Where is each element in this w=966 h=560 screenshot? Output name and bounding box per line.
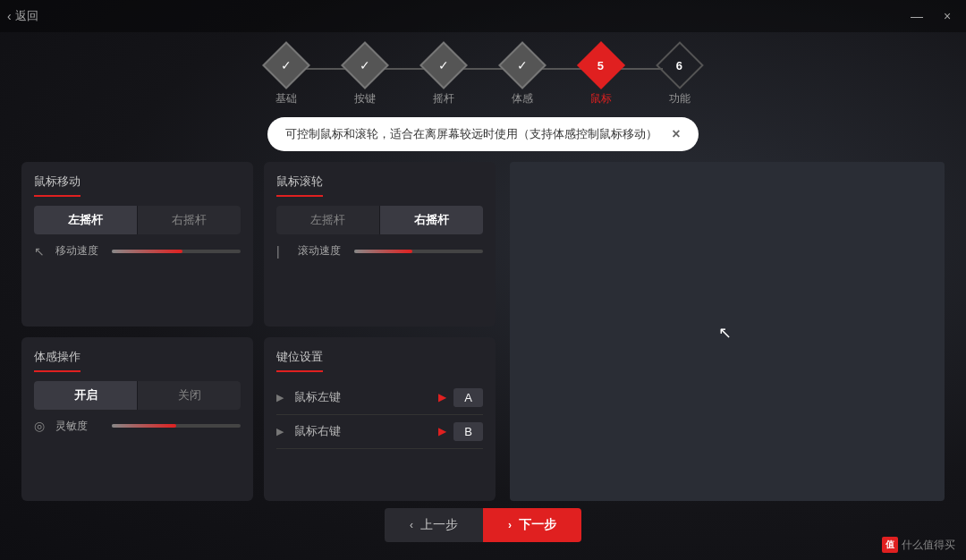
keybind-1-key[interactable]: B: [453, 422, 483, 441]
mouse-scroll-speed-label: 滚动速度: [298, 243, 347, 259]
step-1-check: ✓: [281, 58, 292, 72]
gesture-section: 体感操作 开启 关闭 ◎ 灵敏度: [21, 337, 253, 502]
close-button[interactable]: ×: [939, 9, 955, 23]
keybind-0-arrow: ▶: [438, 391, 446, 403]
step-6-number: 6: [676, 58, 682, 72]
mouse-move-speed-row: ↖ 移动速度: [34, 243, 241, 259]
gesture-title: 体感操作: [34, 349, 80, 372]
back-button[interactable]: ‹ 返回: [7, 8, 38, 24]
scroll-icon: |: [276, 244, 291, 259]
step-3-check: ✓: [438, 58, 449, 72]
keybind-row-1: ▶ 鼠标右键 ▶ B: [276, 415, 483, 449]
title-bar: ‹ 返回 — ×: [0, 0, 966, 32]
prev-icon: ‹: [410, 519, 413, 531]
gesture-sensitivity-slider[interactable]: [112, 424, 241, 428]
keybind-0-icon: ▶: [276, 392, 287, 403]
next-icon: ›: [508, 519, 512, 531]
gesture-sensitivity-fill: [112, 424, 176, 428]
step-2-check: ✓: [360, 58, 370, 72]
step-4: ✓ 体感: [505, 48, 539, 106]
back-label: 返回: [15, 8, 38, 24]
mouse-move-section: 鼠标移动 左摇杆 右摇杆 ↖ 移动速度: [21, 162, 253, 327]
gesture-icon: ◎: [34, 419, 48, 433]
mouse-move-speed-slider[interactable]: [112, 250, 241, 253]
step-line-5: [618, 68, 663, 70]
step-5-number: 5: [597, 58, 604, 72]
mouse-scroll-title: 鼠标滚轮: [276, 174, 323, 197]
step-6: 6 功能: [663, 48, 697, 106]
watermark-logo: 值: [882, 537, 898, 553]
bottom-sections: 体感操作 开启 关闭 ◎ 灵敏度: [21, 337, 496, 502]
settings-area: 鼠标移动 左摇杆 右摇杆 ↖ 移动速度: [21, 162, 945, 501]
step-6-diamond: 6: [656, 41, 704, 89]
keybind-section: 键位设置 ▶ 鼠标左键 ▶ A ▶ 鼠标右键 ▶ B: [264, 337, 496, 502]
step-2-label: 按键: [354, 91, 376, 106]
mouse-move-title: 鼠标移动: [34, 174, 80, 197]
step-1: ✓ 基础: [269, 48, 303, 106]
step-2-diamond: ✓: [341, 41, 389, 89]
step-line-1: [303, 68, 348, 70]
step-3-label: 摇杆: [433, 91, 454, 106]
back-arrow-icon: ‹: [7, 9, 12, 23]
gesture-off-btn[interactable]: 关闭: [138, 381, 241, 410]
window-controls: — ×: [909, 9, 955, 23]
minimize-button[interactable]: —: [909, 9, 925, 23]
gesture-toggle: 开启 关闭: [34, 381, 241, 410]
keybind-1-icon: ▶: [276, 426, 287, 437]
step-line-4: [539, 68, 584, 70]
mouse-scroll-speed-slider[interactable]: [354, 250, 483, 253]
step-4-diamond: ✓: [498, 41, 547, 89]
step-5-label: 鼠标: [590, 91, 612, 106]
watermark-text: 什么值得买: [902, 538, 955, 553]
step-1-label: 基础: [275, 91, 297, 106]
mouse-move-left-stick[interactable]: 左摇杆: [34, 206, 137, 234]
info-banner: 可控制鼠标和滚轮，适合在离屏幕较远时使用（支持体感控制鼠标移动） ×: [267, 117, 698, 151]
keybind-1-name: 鼠标右键: [294, 423, 431, 439]
mouse-move-toggle: 左摇杆 右摇杆: [34, 206, 241, 234]
keybind-0-key[interactable]: A: [453, 388, 483, 407]
step-4-label: 体感: [512, 91, 533, 106]
prev-button[interactable]: ‹ 上一步: [385, 508, 483, 542]
gesture-sensitivity-label: 灵敏度: [55, 419, 105, 434]
mouse-move-speed-label: 移动速度: [55, 243, 105, 259]
mouse-scroll-left-stick[interactable]: 左摇杆: [276, 206, 379, 234]
step-4-check: ✓: [517, 58, 528, 72]
prev-label: 上一步: [420, 517, 458, 533]
next-label: 下一步: [519, 517, 556, 533]
step-line-3: [461, 68, 505, 70]
keybind-row-0: ▶ 鼠标左键 ▶ A: [276, 381, 483, 415]
gesture-sensitivity-row: ◎ 灵敏度: [34, 419, 241, 434]
mouse-scroll-speed-fill: [354, 250, 412, 253]
step-5-diamond: 5: [577, 41, 625, 89]
keybind-0-name: 鼠标左键: [294, 389, 431, 405]
step-3: ✓ 摇杆: [427, 48, 461, 106]
preview-cursor-icon: ↖: [718, 323, 732, 343]
mouse-cursor-icon: ↖: [34, 244, 48, 259]
mouse-move-speed-fill: [112, 250, 182, 253]
step-6-label: 功能: [669, 91, 691, 106]
preview-panel: ↖: [510, 162, 945, 501]
stepper: ✓ 基础 ✓ 按键 ✓ 摇杆: [21, 32, 945, 114]
step-3-diamond: ✓: [419, 41, 468, 89]
mouse-scroll-speed-row: | 滚动速度: [276, 243, 483, 259]
step-1-diamond: ✓: [262, 41, 310, 89]
step-5: 5 鼠标: [584, 48, 618, 106]
stepper-steps: ✓ 基础 ✓ 按键 ✓ 摇杆: [269, 48, 697, 106]
watermark: 值 什么值得买: [882, 537, 955, 553]
step-line-2: [382, 68, 427, 70]
next-button[interactable]: › 下一步: [483, 508, 581, 542]
mouse-scroll-section: 鼠标滚轮 左摇杆 右摇杆 | 滚动速度: [264, 162, 496, 327]
info-banner-close[interactable]: ×: [672, 126, 680, 142]
mouse-scroll-toggle: 左摇杆 右摇杆: [276, 206, 483, 234]
step-2: ✓ 按键: [348, 48, 382, 106]
keybind-title: 键位设置: [276, 349, 323, 372]
left-panel: 鼠标移动 左摇杆 右摇杆 ↖ 移动速度: [21, 162, 496, 501]
gesture-on-btn[interactable]: 开启: [34, 381, 137, 410]
keybind-1-arrow: ▶: [438, 425, 446, 437]
mouse-move-right-stick[interactable]: 右摇杆: [138, 206, 241, 234]
mouse-scroll-right-stick[interactable]: 右摇杆: [380, 206, 483, 234]
bottom-nav: ‹ 上一步 › 下一步: [21, 501, 945, 546]
main-content: ✓ 基础 ✓ 按键 ✓ 摇杆: [0, 32, 966, 560]
top-sections: 鼠标移动 左摇杆 右摇杆 ↖ 移动速度: [21, 162, 496, 327]
info-banner-text: 可控制鼠标和滚轮，适合在离屏幕较远时使用（支持体感控制鼠标移动）: [285, 126, 657, 142]
